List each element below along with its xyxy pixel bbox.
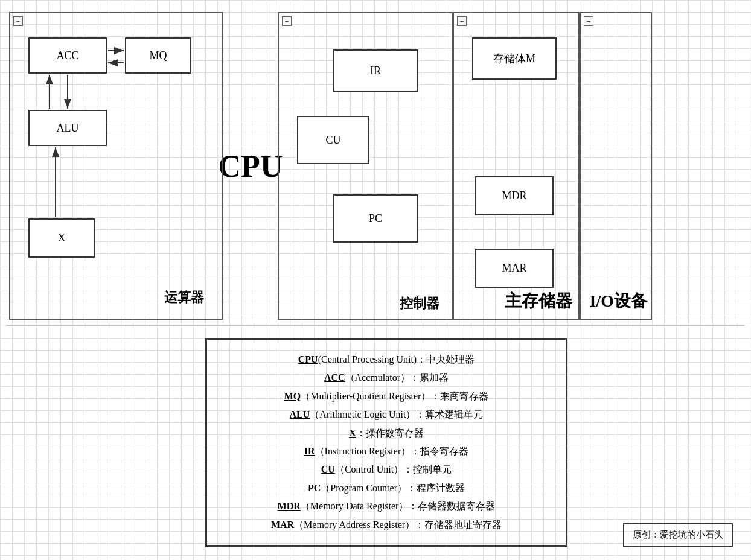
legend-line-2: MQ（Multiplier-Quotient Register）：乘商寄存器 (225, 387, 548, 406)
memory-collapse-btn[interactable]: － (457, 16, 467, 26)
controller-collapse-btn[interactable]: － (282, 16, 292, 26)
memory-section: － 存储体M MDR MAR 主存储器 (453, 12, 580, 320)
legend-box: CPU(Central Processing Unit)：中央处理器ACC（Ac… (205, 338, 567, 547)
legend-line-9: MAR（Memory Address Register）：存储器地址寄存器 (225, 516, 548, 534)
legend-line-6: CU（Control Unit）：控制单元 (225, 460, 548, 479)
cpu-label: CPU (219, 148, 283, 184)
legend-line-7: PC（Program Counter）：程序计数器 (225, 479, 548, 497)
alu-inner: ACC MQ ALU X (16, 19, 216, 313)
mq-box: MQ (125, 37, 191, 74)
legend-line-5: IR（Instruction Register）：指令寄存器 (225, 442, 548, 460)
bottom-wrapper: CPU(Central Processing Unit)：中央处理器ACC（Ac… (6, 326, 745, 559)
legend-line-0: CPU(Central Processing Unit)：中央处理器 (225, 351, 548, 369)
legend-line-3: ALU（Arithmetic Logic Unit）：算术逻辑单元 (225, 406, 548, 424)
legend-line-8: MDR（Memory Data Register）：存储器数据寄存器 (225, 497, 548, 515)
alu-section-label: 运算器 (164, 288, 204, 307)
legend-line-4: X：操作数寄存器 (225, 424, 548, 442)
controller-label: 控制器 (400, 294, 439, 313)
mdr-box: MDR (475, 176, 554, 215)
cu-box: CU (297, 116, 369, 164)
watermark: 原创：爱挖坑的小石头 (623, 523, 733, 547)
x-box: X (28, 218, 95, 258)
io-section: － I/O设备 (580, 12, 652, 320)
acc-box: ACC (28, 37, 107, 74)
diagram-section: － ACC MQ ALU X (6, 6, 745, 326)
pc-box: PC (333, 194, 418, 243)
controller-section: － IR CU PC 控制器 (278, 12, 453, 320)
alu-section: － ACC MQ ALU X (9, 12, 223, 320)
alu-box: ALU (28, 110, 107, 146)
legend-line-1: ACC（Accmulator）：累加器 (225, 369, 548, 387)
mar-box: MAR (475, 249, 554, 288)
io-collapse-btn[interactable]: － (584, 16, 593, 26)
io-label: I/O设备 (590, 290, 648, 313)
storage-box: 存储体M (472, 37, 557, 80)
memory-label: 主存储器 (505, 290, 572, 313)
cpu-label-area: CPU (223, 12, 278, 320)
cpu-section: CPU － IR CU PC 控制器 (223, 12, 453, 320)
ir-box: IR (333, 49, 418, 92)
